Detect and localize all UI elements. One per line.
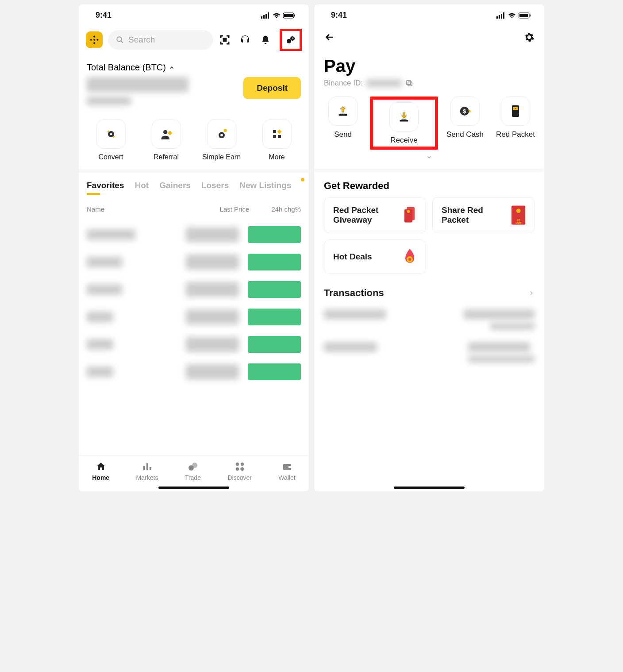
svg-rect-25 [273,135,276,138]
receive-highlight: Receive [370,97,438,150]
nav-discover[interactable]: Discover [227,461,251,481]
nav-home[interactable]: Home [92,461,109,481]
svg-text:25: 25 [516,219,520,222]
svg-rect-38 [288,466,291,468]
transaction-row[interactable] [314,303,544,336]
battery-icon [519,12,531,19]
chevron-right-icon [528,290,535,296]
svg-rect-7 [93,35,95,38]
status-bar: 9:41 [79,4,309,23]
settings-button[interactable] [524,32,535,44]
svg-rect-10 [96,39,99,41]
market-list-header: Name Last Price 24h chg% [79,197,309,221]
svg-point-60 [408,258,411,261]
market-row[interactable] [79,303,309,331]
svg-rect-3 [268,12,269,19]
arrow-left-icon [324,31,335,43]
quick-convert[interactable]: Convert [87,120,135,161]
chevron-down-icon [425,154,434,160]
svg-point-54 [407,210,410,213]
transactions-header[interactable]: Transactions [314,274,544,303]
back-button[interactable] [324,31,335,45]
svg-rect-9 [90,39,92,41]
tab-favorites[interactable]: Favorites [87,181,124,195]
svg-rect-46 [408,82,412,86]
binance-logo[interactable] [86,31,103,48]
nav-markets[interactable]: Markets [136,461,158,481]
svg-point-34 [240,462,243,465]
pay-icon[interactable] [285,34,297,46]
home-indicator [158,487,229,489]
wifi-icon [273,12,281,19]
deposit-button[interactable]: Deposit [243,77,301,99]
gear-icon [524,32,535,42]
fire-icon [403,248,417,266]
binance-id-hidden [366,79,402,87]
pay-send-cash[interactable]: $ Send Cash [442,97,488,150]
svg-rect-45 [530,14,531,16]
market-tabs: Favorites Hot Gainers Losers New Listing… [79,173,309,197]
svg-rect-8 [93,42,95,44]
quick-more[interactable]: More [253,120,301,161]
chevron-up-icon [169,65,175,71]
balance-sub-hidden [87,97,131,105]
svg-text:$: $ [463,108,466,115]
svg-rect-24 [273,130,276,133]
copy-icon[interactable] [405,79,413,87]
svg-point-20 [163,130,167,134]
svg-rect-6 [294,14,295,16]
pay-screen: 9:41 Pay Binance ID: Send Receive [314,4,544,491]
pay-red-packet[interactable]: Red Packet [492,97,539,150]
reward-share-redpacket[interactable]: Share Red Packet 25USDT [432,197,535,233]
pay-receive[interactable]: Receive [377,102,431,145]
market-row[interactable] [79,276,309,303]
bottom-nav: Home Markets Trade Discover Wallet [79,455,309,491]
nav-trade[interactable]: Trade [185,461,201,481]
svg-point-17 [292,38,294,39]
svg-rect-1 [263,15,265,19]
status-time: 9:41 [331,11,347,20]
market-row[interactable] [79,248,309,276]
svg-point-12 [117,37,122,42]
pay-header [314,23,544,53]
transaction-row[interactable] [314,336,544,369]
market-row[interactable] [79,331,309,358]
svg-rect-50 [512,105,519,117]
svg-point-35 [235,467,238,470]
bell-icon[interactable] [259,34,272,46]
nav-wallet[interactable]: Wallet [278,461,295,481]
pay-send[interactable]: Send [319,97,366,150]
svg-point-15 [287,39,291,43]
balance-label[interactable]: Total Balance (BTC) [87,62,301,73]
pay-title: Pay [314,53,544,78]
svg-rect-36 [240,467,244,471]
status-icons [261,12,296,19]
market-row[interactable] [79,221,309,248]
tab-gainers[interactable]: Gainers [159,181,191,195]
binance-id-row: Binance ID: [314,78,544,94]
tab-hot[interactable]: Hot [135,181,149,195]
support-icon[interactable] [239,34,251,46]
top-header: Search [79,23,309,56]
scan-icon[interactable] [219,34,231,46]
svg-rect-0 [261,16,262,19]
search-input[interactable]: Search [108,30,213,50]
tab-new-listings[interactable]: New Listings [239,181,291,195]
quick-referral[interactable]: Referral [142,120,191,161]
svg-rect-30 [150,467,151,470]
expand-actions[interactable] [314,151,544,169]
svg-point-22 [220,134,223,136]
rewards-grid: Red Packet Giveaway Share Red Packet 25U… [314,197,544,274]
quick-actions: Convert Referral Simple Earn More [79,120,309,161]
svg-rect-39 [496,16,498,19]
market-row[interactable] [79,358,309,386]
reward-redpacket-giveaway[interactable]: Red Packet Giveaway [324,197,426,233]
pay-actions: Send Receive $ Send Cash Red Packet [314,94,544,151]
svg-point-33 [235,462,238,465]
svg-rect-26 [278,135,281,138]
tab-losers[interactable]: Losers [201,181,229,195]
get-rewarded-title: Get Rewarded [314,172,544,197]
market-list [79,221,309,386]
quick-simple-earn[interactable]: Simple Earn [197,120,246,161]
reward-hot-deals[interactable]: Hot Deals [324,239,426,274]
